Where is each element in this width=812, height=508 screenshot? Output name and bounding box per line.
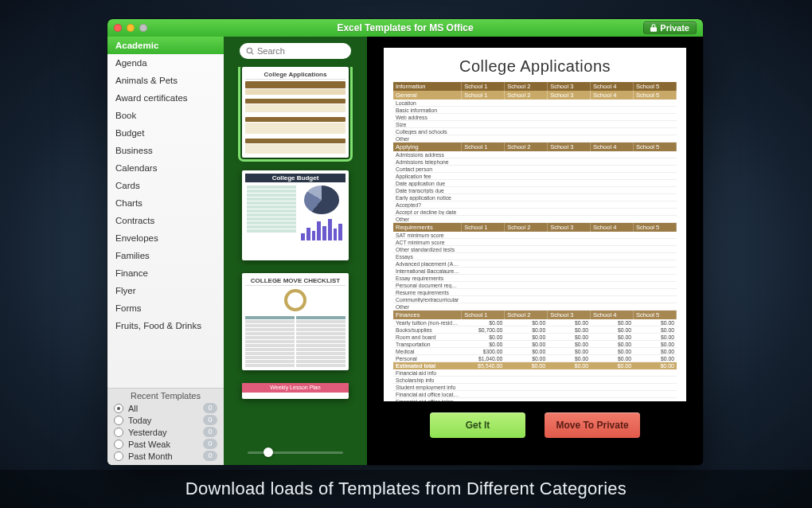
category-item[interactable]: Academic: [107, 37, 224, 54]
recent-filter-count: 0: [203, 415, 217, 425]
category-item[interactable]: Flyer: [107, 282, 224, 299]
section-header: FinancesSchool 1School 2School 3School 4…: [393, 311, 677, 319]
table-row: Early application notice: [393, 194, 677, 201]
table-row: Scholarship info: [393, 377, 677, 384]
category-item[interactable]: Cards: [107, 177, 224, 194]
category-item[interactable]: Business: [107, 142, 224, 159]
table-row: Date transcripts due: [393, 187, 677, 194]
table-row: Admissions address: [393, 151, 677, 158]
table-row: Essay requirements: [393, 275, 677, 282]
table-row: Application fee: [393, 173, 677, 180]
template-gallery: College Applications: [224, 37, 367, 465]
category-item[interactable]: Contracts: [107, 212, 224, 229]
recent-filter[interactable]: Today 0: [107, 414, 224, 426]
category-item[interactable]: Finance: [107, 264, 224, 282]
recent-templates-panel: Recent Templates All 0 Today 0 Yesterday…: [107, 388, 224, 465]
table-row: Personal document requirements: [393, 282, 677, 289]
recent-filter[interactable]: Past Month 0: [107, 450, 224, 462]
recent-filter-label: Yesterday: [128, 428, 198, 437]
zoom-slider[interactable]: [248, 444, 343, 460]
search-icon: [246, 47, 254, 55]
section-header: RequirementsSchool 1School 2School 3Scho…: [393, 223, 677, 232]
category-item[interactable]: Calendars: [107, 159, 224, 177]
categories-sidebar: AcademicAgendaAnimals & PetsAward certif…: [107, 37, 224, 465]
category-item[interactable]: Charts: [107, 194, 224, 212]
table-row: Accept or decline by date: [393, 209, 677, 216]
table-row: ACT minimum score: [393, 239, 677, 246]
recent-filter[interactable]: Past Weak 0: [107, 438, 224, 450]
radio-icon: [114, 404, 123, 413]
section-header: ApplyingSchool 1School 2School 3School 4…: [393, 143, 677, 151]
template-thumbnail[interactable]: College Budget: [242, 170, 349, 260]
category-item[interactable]: Agenda: [107, 54, 224, 72]
radio-icon: [114, 451, 123, 461]
private-button[interactable]: Private: [643, 21, 697, 34]
table-row: Other: [393, 135, 677, 143]
category-item[interactable]: Forms: [107, 299, 224, 317]
section-header: InformationSchool 1School 2School 3Schoo…: [393, 82, 677, 91]
table-row: Community/extracurricular: [393, 296, 677, 303]
table-row: Financial aid info: [393, 369, 677, 377]
minimize-window-icon[interactable]: [127, 24, 135, 32]
recent-filter-count: 0: [203, 451, 217, 461]
radio-icon: [114, 440, 123, 449]
window-title: Excel Templates for MS Office: [107, 22, 703, 33]
table-row: Books/supplies$0,700.00$0.00$0.00$0.00$0…: [393, 326, 677, 334]
thumbnail-title: College Budget: [245, 174, 345, 182]
recent-filter[interactable]: All 0: [107, 402, 224, 414]
window-controls: [114, 24, 147, 32]
recent-filter-count: 0: [203, 439, 217, 449]
template-thumbnail[interactable]: Weekly Lesson Plan: [242, 383, 349, 399]
table-row: Essays: [393, 253, 677, 260]
table-row: Other: [393, 303, 677, 311]
category-item[interactable]: Fruits, Food & Drinks: [107, 317, 224, 334]
category-item[interactable]: Animals & Pets: [107, 72, 224, 89]
preview-panel: College Applications InformationSchool 1…: [367, 37, 703, 465]
table-row: Web address: [393, 114, 677, 121]
close-window-icon[interactable]: [114, 24, 122, 32]
table-row: Other standardized tests: [393, 246, 677, 253]
radio-icon: [114, 416, 123, 425]
action-buttons: Get It Move To Private: [430, 412, 640, 438]
template-thumbnail[interactable]: COLLEGE MOVE CHECKLIST: [242, 273, 349, 370]
thumbnail-title: COLLEGE MOVE CHECKLIST: [245, 276, 345, 286]
table-row: Financial aid office telephone: [393, 398, 677, 401]
table-row: Accepted?: [393, 201, 677, 209]
category-item[interactable]: Book: [107, 107, 224, 124]
table-row: Personal$1,040.00$0.00$0.00$0.00$0.00: [393, 355, 677, 362]
recent-filter-label: Past Weak: [128, 440, 198, 449]
recent-filter-label: Today: [128, 416, 198, 425]
recent-filter[interactable]: Yesterday 0: [107, 426, 224, 438]
lock-icon: [650, 24, 657, 32]
category-item[interactable]: Budget: [107, 124, 224, 142]
category-item[interactable]: Families: [107, 247, 224, 264]
template-thumbnail[interactable]: College Applications: [242, 67, 349, 158]
search-field[interactable]: [240, 43, 351, 59]
recent-templates-title: Recent Templates: [107, 389, 224, 402]
recent-filter-label: All: [128, 404, 198, 413]
recent-filter-count: 0: [203, 403, 217, 413]
thumbnail-list: College Applications: [224, 67, 367, 441]
get-it-button[interactable]: Get It: [430, 412, 525, 438]
table-row: Yearly tuition (non-resident)$0.00$0.00$…: [393, 319, 677, 326]
table-row: Colleges and schools: [393, 128, 677, 135]
category-item[interactable]: Envelopes: [107, 229, 224, 247]
category-item[interactable]: Award certificates: [107, 89, 224, 107]
table-row: Financial aid office location: [393, 391, 677, 398]
table-row: Size: [393, 121, 677, 128]
table-row: Basic information: [393, 107, 677, 114]
subsection-header: GeneralSchool 1School 2School 3School 4S…: [393, 91, 677, 100]
search-input[interactable]: [257, 46, 367, 56]
table-row: Location: [393, 100, 677, 107]
table-row: Date application due: [393, 180, 677, 187]
summary-row: Estimated total$5,540.00$0.00$0.00$0.00$…: [393, 362, 677, 369]
move-to-private-button[interactable]: Move To Private: [545, 412, 640, 438]
radio-icon: [114, 428, 123, 437]
zoom-window-icon[interactable]: [139, 24, 147, 32]
table-row: Resume requirements: [393, 289, 677, 296]
table-row: SAT minimum score: [393, 232, 677, 239]
table-row: Contact person: [393, 166, 677, 173]
table-row: Other: [393, 216, 677, 223]
table-row: Admissions telephone: [393, 158, 677, 166]
slider-knob[interactable]: [264, 447, 273, 457]
